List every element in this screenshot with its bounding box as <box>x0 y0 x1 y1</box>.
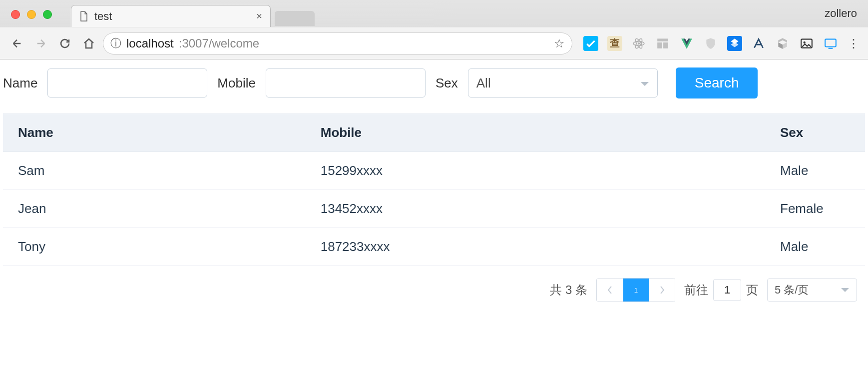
extension-cast-icon[interactable] <box>823 36 838 51</box>
cell-mobile: 187233xxxx <box>306 228 765 266</box>
results-table: Name Mobile Sex Sam 15299xxxx Male Jean … <box>3 114 865 266</box>
cell-name: Jean <box>3 190 306 228</box>
close-window-button[interactable] <box>11 10 20 19</box>
extension-image-icon[interactable] <box>799 36 814 51</box>
table-header-row: Name Mobile Sex <box>3 114 865 152</box>
mobile-label: Mobile <box>217 76 256 91</box>
extension-react-icon[interactable] <box>631 36 646 51</box>
bookmark-star-icon[interactable]: ☆ <box>554 36 565 50</box>
svg-rect-4 <box>657 38 668 41</box>
svg-rect-5 <box>657 42 662 48</box>
cell-name: Sam <box>3 152 306 190</box>
profile-name[interactable]: zollero <box>825 7 857 20</box>
page-content: Name Mobile Sex All Search Name Mobile S… <box>0 60 868 302</box>
new-tab-button[interactable] <box>275 11 315 26</box>
col-mobile: Mobile <box>306 114 765 152</box>
extension-vue-icon[interactable] <box>679 36 694 51</box>
extension-bookmark-icon[interactable] <box>727 36 742 51</box>
tab-title: test <box>94 10 250 23</box>
home-button[interactable] <box>79 34 99 54</box>
minimize-window-button[interactable] <box>27 10 36 19</box>
extension-layout-icon[interactable] <box>655 36 670 51</box>
window-controls <box>11 10 52 19</box>
page-1-button[interactable]: 1 <box>623 278 649 302</box>
extension-icons: 查 <box>583 36 838 51</box>
cell-sex: Male <box>765 228 865 266</box>
address-bar[interactable]: ⓘ localhost:3007/welcome ☆ <box>103 32 572 54</box>
name-input[interactable] <box>47 68 207 98</box>
goto-page: 前往 页 <box>684 279 758 301</box>
url-path: :3007/welcome <box>179 36 259 50</box>
chevron-down-icon <box>640 76 649 91</box>
col-sex: Sex <box>765 114 865 152</box>
browser-chrome: test × zollero ⓘ localhost:3007/welcome … <box>0 0 868 60</box>
sex-select[interactable]: All <box>468 68 658 98</box>
url-host: localhost <box>126 36 174 50</box>
prev-page-button[interactable] <box>597 278 623 302</box>
page-icon <box>79 11 88 22</box>
goto-prefix: 前往 <box>684 282 708 298</box>
cell-mobile: 13452xxxx <box>306 190 765 228</box>
name-label: Name <box>3 76 37 91</box>
extension-cjk-icon[interactable]: 查 <box>607 36 622 51</box>
browser-toolbar: ⓘ localhost:3007/welcome ☆ 查 ⋮ <box>0 27 868 59</box>
search-button[interactable]: Search <box>676 68 758 98</box>
back-button[interactable] <box>7 34 27 54</box>
sex-label: Sex <box>435 76 458 91</box>
pagination-total: 共 3 条 <box>550 282 587 298</box>
extension-check-icon[interactable] <box>583 36 598 51</box>
table-row: Tony 187233xxxx Male <box>3 228 865 266</box>
sex-select-value: All <box>476 76 491 91</box>
col-name: Name <box>3 114 306 152</box>
cell-name: Tony <box>3 228 306 266</box>
tab-strip: test × zollero <box>0 0 868 27</box>
browser-tab[interactable]: test × <box>71 5 271 27</box>
cell-sex: Male <box>765 152 865 190</box>
svg-point-3 <box>638 42 640 44</box>
goto-input[interactable] <box>713 279 741 301</box>
table-row: Sam 15299xxxx Male <box>3 152 865 190</box>
mobile-input[interactable] <box>266 68 426 98</box>
maximize-window-button[interactable] <box>43 10 52 19</box>
extension-a-icon[interactable] <box>751 36 766 51</box>
browser-menu-button[interactable]: ⋮ <box>846 36 861 50</box>
pagination: 共 3 条 1 前往 页 5 条/页 <box>3 266 865 302</box>
extension-cube-icon[interactable] <box>775 36 790 51</box>
goto-suffix: 页 <box>746 282 758 298</box>
forward-button[interactable] <box>31 34 51 54</box>
svg-rect-9 <box>825 39 836 46</box>
next-page-button[interactable] <box>649 278 675 302</box>
page-size-select[interactable]: 5 条/页 <box>767 278 857 302</box>
pagination-pages: 1 <box>596 278 675 302</box>
site-info-icon[interactable]: ⓘ <box>110 36 121 51</box>
svg-rect-10 <box>829 48 833 48</box>
svg-point-8 <box>804 41 806 43</box>
cell-mobile: 15299xxxx <box>306 152 765 190</box>
close-tab-button[interactable]: × <box>256 10 262 22</box>
svg-rect-6 <box>663 42 668 48</box>
filter-bar: Name Mobile Sex All Search <box>3 64 865 114</box>
chevron-down-icon <box>841 284 850 296</box>
extension-shield-icon[interactable] <box>703 36 718 51</box>
reload-button[interactable] <box>55 34 75 54</box>
table-row: Jean 13452xxxx Female <box>3 190 865 228</box>
page-size-value: 5 条/页 <box>775 282 809 298</box>
cell-sex: Female <box>765 190 865 228</box>
